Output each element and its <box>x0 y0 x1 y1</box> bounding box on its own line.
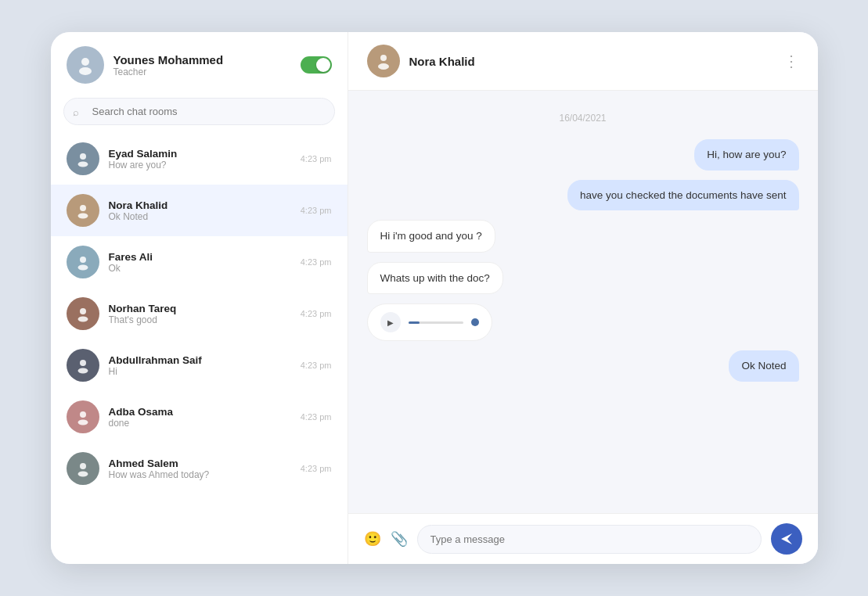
chat-avatar <box>67 400 99 433</box>
svg-point-8 <box>80 308 86 314</box>
chat-name: Ahmed Salem <box>109 458 291 469</box>
profile-name: Younes Mohammed <box>113 53 291 66</box>
chat-preview: done <box>109 418 291 429</box>
profile-role: Teacher <box>113 66 291 77</box>
voice-message: ▶ <box>367 303 492 341</box>
chat-time: 4:23 pm <box>301 361 332 370</box>
profile-header: Younes Mohammed Teacher <box>51 32 348 95</box>
chat-info: Fares Ali Ok <box>109 251 291 274</box>
play-button[interactable]: ▶ <box>380 312 401 332</box>
svg-point-5 <box>77 214 88 219</box>
right-panel: Nora Khalid ⋮ 16/04/2021 Hi, how are you… <box>348 32 818 564</box>
chat-list-item-adba[interactable]: Adba Osama done 4:23 pm <box>51 391 348 443</box>
chat-preview: Ok Noted <box>109 211 291 222</box>
chat-list-item-norhan[interactable]: Norhan Tareq That's good 4:23 pm <box>51 288 348 339</box>
chat-info: Nora Khalid Ok Noted <box>109 199 291 222</box>
chat-list-item-nora[interactable]: Nora Khalid Ok Noted 4:23 pm <box>51 185 348 236</box>
chat-time: 4:23 pm <box>301 257 332 267</box>
svg-point-9 <box>77 317 88 322</box>
chat-time: 4:23 pm <box>301 412 332 422</box>
message-input[interactable] <box>417 525 762 554</box>
message-bubble: have you checked the documents have sent <box>567 180 798 211</box>
message-bubble: Whats up with the doc? <box>367 262 503 295</box>
chat-list-item-fares[interactable]: Fares Ali Ok 4:23 pm <box>51 236 348 288</box>
online-toggle[interactable] <box>301 56 332 74</box>
svg-point-4 <box>80 205 86 211</box>
left-panel: Younes Mohammed Teacher ⌕ Eyad Salamin H… <box>51 32 348 564</box>
app-container: Younes Mohammed Teacher ⌕ Eyad Salamin H… <box>51 32 818 564</box>
input-area: 🙂 📎 <box>348 513 818 564</box>
voice-dot <box>471 318 479 326</box>
voice-waveform <box>409 321 463 324</box>
svg-point-13 <box>77 420 88 425</box>
chat-avatar <box>67 349 99 382</box>
svg-point-7 <box>77 265 88 271</box>
message-bubble: Hi, how are you? <box>694 139 798 171</box>
chat-time: 4:23 pm <box>301 309 332 318</box>
chat-time: 4:23 pm <box>301 154 332 163</box>
chat-name: Adba Osama <box>109 406 291 418</box>
chat-name: Abdullrahman Saif <box>109 354 291 366</box>
chat-info: Abdullrahman Saif Hi <box>109 354 291 377</box>
svg-point-11 <box>77 368 88 374</box>
chat-preview: Ok <box>109 263 291 274</box>
chat-list-item-abdull[interactable]: Abdullrahman Saif Hi 4:23 pm <box>51 339 348 391</box>
svg-point-2 <box>80 153 86 160</box>
chat-preview: Hi <box>109 366 291 377</box>
profile-avatar <box>67 46 104 84</box>
chat-list-item-eyad[interactable]: Eyad Salamin How are you? 4:23 pm <box>51 133 348 185</box>
chat-info: Norhan Tareq That's good <box>109 303 291 325</box>
date-divider: 16/04/2021 <box>367 113 799 124</box>
chat-list: Eyad Salamin How are you? 4:23 pm Nora K… <box>51 133 348 564</box>
svg-point-16 <box>380 55 387 61</box>
svg-point-17 <box>378 63 389 70</box>
messages-area: 16/04/2021 Hi, how are you? have you che… <box>348 91 818 513</box>
message-bubble: Ok Noted <box>729 350 798 382</box>
chat-avatar <box>67 194 99 227</box>
active-chat-avatar <box>367 45 400 77</box>
active-chat-name: Nora Khalid <box>409 55 774 68</box>
svg-point-6 <box>80 257 86 263</box>
chat-info: Ahmed Salem How was Ahmed today? <box>109 458 291 480</box>
svg-point-12 <box>80 411 86 418</box>
chat-name: Norhan Tareq <box>109 303 291 314</box>
more-options-icon[interactable]: ⋮ <box>783 52 799 70</box>
svg-point-15 <box>77 472 88 477</box>
chat-name: Eyad Salamin <box>109 148 291 160</box>
chat-name: Fares Ali <box>109 251 291 263</box>
chat-avatar <box>67 142 99 175</box>
svg-point-1 <box>79 67 92 75</box>
chat-info: Eyad Salamin How are you? <box>109 148 291 171</box>
chat-preview: That's good <box>109 314 291 325</box>
svg-point-0 <box>81 58 89 66</box>
chat-avatar <box>67 246 99 278</box>
svg-point-14 <box>80 463 86 469</box>
profile-info: Younes Mohammed Teacher <box>113 53 291 77</box>
chat-preview: How are you? <box>109 160 291 171</box>
chat-preview: How was Ahmed today? <box>109 469 291 480</box>
attach-icon[interactable]: 📎 <box>391 530 408 548</box>
emoji-icon[interactable]: 🙂 <box>364 530 381 548</box>
chat-avatar <box>67 452 99 485</box>
search-box: ⌕ <box>63 98 335 125</box>
send-button[interactable] <box>771 523 802 555</box>
chat-avatar <box>67 297 99 330</box>
chat-name: Nora Khalid <box>109 199 291 211</box>
chat-list-item-ahmed[interactable]: Ahmed Salem How was Ahmed today? 4:23 pm <box>51 443 348 494</box>
svg-point-10 <box>80 360 86 366</box>
chat-header: Nora Khalid ⋮ <box>348 32 818 91</box>
chat-time: 4:23 pm <box>301 464 332 473</box>
chat-time: 4:23 pm <box>301 206 332 215</box>
search-icon: ⌕ <box>73 106 79 117</box>
message-bubble: Hi i'm good and you ? <box>367 220 495 253</box>
svg-point-3 <box>77 162 88 167</box>
chat-info: Adba Osama done <box>109 406 291 429</box>
search-input[interactable] <box>63 98 335 125</box>
